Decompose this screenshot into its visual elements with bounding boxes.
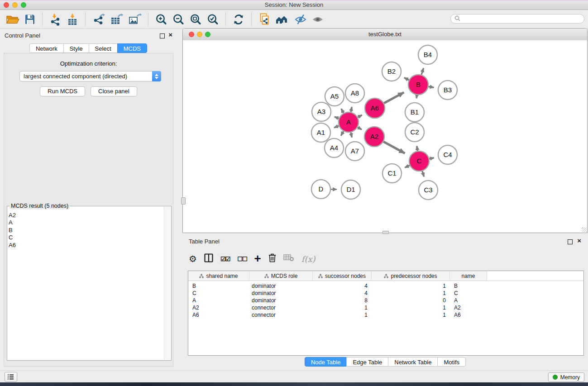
bottom-scroll-grip[interactable] <box>382 231 389 234</box>
table-cell[interactable]: B <box>188 283 249 289</box>
graph-node-B4[interactable]: B4 <box>418 45 437 64</box>
table-row[interactable]: A2connector11A2 <box>188 304 583 311</box>
graph-edge-A-A1[interactable] <box>334 126 339 128</box>
table-row[interactable]: Bdominator41B <box>188 282 583 290</box>
table-row[interactable]: Adominator80A <box>188 297 583 304</box>
home-icon[interactable] <box>275 12 290 27</box>
tab-network-table[interactable]: Network Table <box>388 357 438 367</box>
graph-node-C[interactable]: C <box>409 151 429 171</box>
export-network-icon[interactable] <box>92 12 105 27</box>
graph-edge-A-A3[interactable] <box>335 117 339 119</box>
table-cell[interactable]: A <box>450 297 487 304</box>
function-builder-icon[interactable]: f(x) <box>301 254 316 264</box>
graph-node-A3[interactable]: A3 <box>312 102 331 121</box>
column-header-successor-nodes[interactable]: successor nodes <box>313 271 372 281</box>
resize-grip-icon[interactable] <box>582 227 587 232</box>
table-cell[interactable]: A6 <box>450 312 487 318</box>
refresh-icon[interactable] <box>232 12 245 27</box>
tab-edge-table[interactable]: Edge Table <box>346 357 388 367</box>
table-cell[interactable]: 4 <box>313 283 372 289</box>
graph-node-C1[interactable]: C1 <box>382 164 402 183</box>
tab-node-table[interactable]: Node Table <box>305 357 347 367</box>
network-canvas[interactable]: B4B2BB3A8A5A6A3B1AC2A1A2A4A7C4CC1C3DD1 <box>183 40 587 233</box>
graph-edge-C-C3[interactable] <box>422 171 424 176</box>
result-scrollbar[interactable] <box>164 207 171 360</box>
graph-edge-A6-B[interactable] <box>384 92 404 103</box>
graph-edge-B-B4[interactable] <box>421 68 424 75</box>
table-cell[interactable]: A <box>188 297 249 304</box>
close-panel-button[interactable]: Close panel <box>91 86 137 96</box>
table-cell[interactable]: connector <box>249 305 313 311</box>
graph-node-C3[interactable]: C3 <box>419 181 438 200</box>
graph-edge-C-C4[interactable] <box>429 158 434 159</box>
graph-edge-A-A2[interactable] <box>358 127 362 129</box>
table-cell[interactable]: 1 <box>372 290 450 296</box>
table-cell[interactable]: dominator <box>249 290 313 296</box>
table-cell[interactable]: 0 <box>372 297 450 304</box>
graph-edge-B-B3[interactable] <box>429 86 434 87</box>
tab-motifs[interactable]: Motifs <box>437 357 466 367</box>
graph-node-A[interactable]: A <box>339 112 359 132</box>
float-table-panel-icon[interactable] <box>568 239 573 244</box>
search-input[interactable] <box>463 15 584 23</box>
graph-edge-A-A7[interactable] <box>351 132 352 137</box>
table-row[interactable]: A6connector11A6 <box>188 311 583 319</box>
export-image-icon[interactable] <box>128 12 142 27</box>
mcds-result-item[interactable]: A <box>9 219 164 226</box>
graph-edge-C-C2[interactable] <box>417 146 418 151</box>
column-header-predecessor-nodes[interactable]: predecessor nodes <box>372 271 450 281</box>
graph-edge-A-A8[interactable] <box>351 107 352 112</box>
graph-node-B[interactable]: B <box>408 75 428 95</box>
float-panel-icon[interactable] <box>160 33 165 38</box>
table-row[interactable]: Cdominator41C <box>188 290 583 297</box>
add-column-icon[interactable]: + <box>254 254 261 263</box>
graph-node-A2[interactable]: A2 <box>364 127 384 147</box>
table-settings-gear-icon[interactable]: ⚙ <box>189 254 197 263</box>
tab-select[interactable]: Select <box>89 43 118 53</box>
mcds-result-list[interactable]: A2ABCA6 <box>9 212 164 359</box>
zoom-fit-icon[interactable] <box>189 12 202 27</box>
network-window-titlebar[interactable]: testGlobe.txt <box>183 29 587 41</box>
search-field[interactable] <box>450 14 584 24</box>
tab-network[interactable]: Network <box>29 43 64 53</box>
column-header-name[interactable]: name <box>450 271 487 281</box>
table-cell[interactable]: C <box>450 290 487 296</box>
table-cell[interactable]: A2 <box>450 305 487 311</box>
graph-node-A5[interactable]: A5 <box>325 87 344 106</box>
select-all-columns-icon[interactable]: ☑☑ <box>220 256 230 262</box>
table-cell[interactable]: 1 <box>313 312 372 318</box>
save-session-icon[interactable] <box>24 12 36 27</box>
graph-edge-A-A6[interactable] <box>358 115 362 117</box>
graph-node-A6[interactable]: A6 <box>365 98 385 118</box>
tab-mcds[interactable]: MCDS <box>117 43 147 53</box>
table-cell[interactable]: 4 <box>313 290 372 296</box>
close-table-panel-icon[interactable]: × <box>577 237 581 245</box>
table-cell[interactable]: dominator <box>249 283 313 289</box>
table-cell[interactable]: dominator <box>249 297 313 304</box>
tab-style[interactable]: Style <box>63 43 89 53</box>
mcds-result-item[interactable]: A6 <box>9 242 164 249</box>
network-graph[interactable]: B4B2BB3A8A5A6A3B1AC2A1A2A4A7C4CC1C3DD1 <box>183 40 587 233</box>
mcds-result-item[interactable]: A2 <box>9 212 164 219</box>
export-table-icon[interactable] <box>110 12 124 27</box>
import-network-icon[interactable] <box>49 12 62 27</box>
graph-node-D[interactable]: D <box>311 180 330 199</box>
table-cell[interactable]: 8 <box>313 297 372 304</box>
graph-node-D1[interactable]: D1 <box>341 180 360 199</box>
table-cell[interactable]: A2 <box>188 305 249 311</box>
delete-table-icon[interactable] <box>283 254 294 264</box>
graph-node-C4[interactable]: C4 <box>438 145 457 164</box>
graph-node-A1[interactable]: A1 <box>311 123 330 142</box>
table-cell[interactable]: A6 <box>188 312 249 318</box>
graph-node-B2[interactable]: B2 <box>382 62 401 81</box>
table-cell[interactable]: 1 <box>372 312 450 318</box>
criterion-dropdown[interactable]: largest connected component (directed) <box>19 71 161 81</box>
import-table-icon[interactable] <box>66 12 79 27</box>
column-header-MCDS-role[interactable]: MCDS role <box>249 271 313 281</box>
column-header-shared-name[interactable]: shared name <box>188 271 249 281</box>
graph-edge-A-A4[interactable] <box>341 131 344 136</box>
graph-edge-A-A5[interactable] <box>341 109 344 113</box>
column-layout-icon[interactable] <box>204 253 213 264</box>
show-graphics-details-icon[interactable] <box>311 12 324 27</box>
table-cell[interactable]: connector <box>249 312 313 318</box>
